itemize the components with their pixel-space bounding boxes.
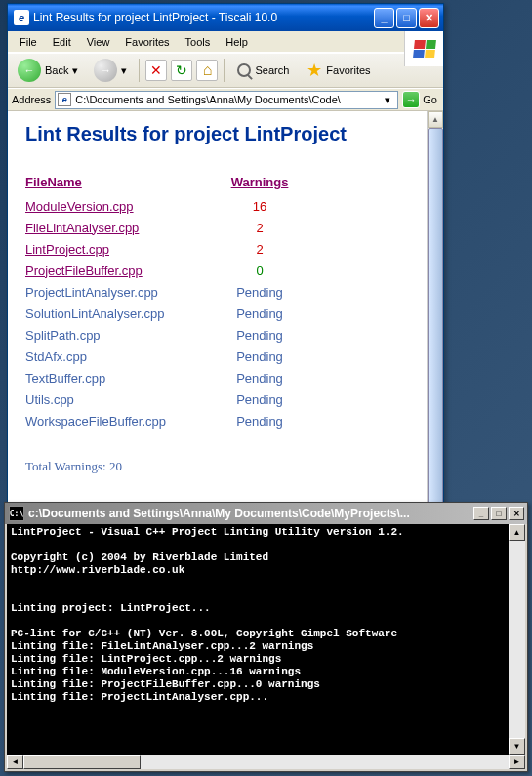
address-input[interactable]: e C:\Documents and Settings\Anna\My Docu… [55, 91, 398, 109]
favorites-label: Favorites [326, 64, 370, 76]
browser-titlebar[interactable]: e Lint Results for project LintProject -… [8, 4, 443, 31]
console-titlebar[interactable]: C:\ c:\Documents and Settings\Anna\My Do… [5, 503, 527, 524]
address-bar: Address e C:\Documents and Settings\Anna… [8, 88, 443, 111]
file-cell: SplitPath.cpp [25, 328, 225, 343]
scroll-right-button[interactable]: ► [509, 755, 525, 769]
console-title: c:\Documents and Settings\Anna\My Docume… [28, 507, 471, 520]
search-button[interactable]: Search [230, 57, 296, 84]
table-row: TextBuffer.cppPending [25, 367, 409, 388]
menu-tools[interactable]: Tools [178, 36, 219, 48]
scroll-down-button[interactable]: ▼ [509, 738, 525, 755]
menu-view[interactable]: View [79, 36, 118, 48]
warnings-cell: Pending [225, 349, 294, 364]
maximize-button[interactable]: □ [396, 8, 417, 28]
back-button[interactable]: ← Back ▾ [12, 57, 84, 84]
table-row: FileLintAnalyser.cpp2 [25, 217, 409, 238]
console-horizontal-scrollbar[interactable]: ◄ ► [5, 755, 527, 771]
table-row: WorkspaceFileBuffer.cppPending [25, 410, 409, 431]
table-row: ModuleVersion.cpp16 [25, 195, 409, 217]
table-row: StdAfx.cppPending [25, 346, 409, 367]
file-cell[interactable]: ModuleVersion.cpp [25, 199, 225, 214]
stop-button[interactable]: ✕ [145, 60, 167, 81]
file-cell[interactable]: ProjectFileBuffer.cpp [25, 264, 225, 278]
table-row: ProjectLintAnalyser.cppPending [25, 281, 409, 303]
go-icon: → [402, 91, 420, 108]
console-output[interactable]: LintProject - Visual C++ Project Linting… [5, 524, 527, 755]
page-body: Lint Results for project LintProject Fil… [8, 111, 427, 521]
address-text: C:\Documents and Settings\Anna\My Docume… [75, 94, 380, 105]
page-icon: e [58, 93, 71, 106]
warnings-cell: 16 [225, 199, 294, 214]
warnings-cell: Pending [225, 371, 294, 386]
table-row: LintProject.cpp2 [25, 238, 409, 260]
file-cell: StdAfx.cpp [25, 349, 225, 364]
table-row: SplitPath.cppPending [25, 324, 409, 346]
search-icon [237, 63, 251, 77]
menu-bar: File Edit View Favorites Tools Help [8, 31, 443, 53]
page-title: Lint Results for project LintProject [25, 123, 409, 145]
chevron-down-icon: ▾ [121, 64, 127, 77]
file-cell: ProjectLintAnalyser.cpp [25, 285, 225, 300]
totals-label: Total Warnings: 20 [25, 459, 409, 474]
address-label: Address [12, 94, 51, 105]
back-label: Back [45, 64, 68, 76]
scroll-up-button[interactable]: ▲ [509, 524, 525, 541]
menu-file[interactable]: File [12, 36, 45, 48]
cmd-icon: C:\ [9, 506, 24, 521]
menu-help[interactable]: Help [218, 36, 256, 48]
warnings-cell: Pending [225, 328, 294, 343]
scroll-track[interactable] [509, 541, 525, 738]
console-vertical-scrollbar[interactable]: ▲ ▼ [509, 524, 525, 755]
scroll-left-button[interactable]: ◄ [7, 755, 23, 769]
star-icon: ★ [307, 60, 322, 81]
menu-favorites[interactable]: Favorites [117, 36, 177, 48]
scroll-up-button[interactable]: ▲ [428, 111, 443, 128]
console-maximize-button[interactable]: □ [491, 507, 507, 520]
search-label: Search [255, 64, 289, 76]
file-cell: Utils.cpp [25, 392, 225, 407]
results-table: FileName Warnings ModuleVersion.cpp16Fil… [25, 175, 409, 431]
file-cell: SolutionLintAnalyser.cpp [25, 306, 225, 321]
minimize-button[interactable]: _ [374, 8, 394, 28]
chevron-down-icon: ▾ [72, 64, 78, 77]
vertical-scrollbar[interactable]: ▲ ▼ [427, 111, 443, 521]
throbber-icon [404, 31, 443, 66]
menu-edit[interactable]: Edit [45, 36, 79, 48]
close-button[interactable]: ✕ [419, 8, 439, 28]
col-filename[interactable]: FileName [25, 175, 225, 189]
file-cell[interactable]: LintProject.cpp [25, 242, 225, 257]
go-button[interactable]: → Go [402, 91, 439, 109]
scroll-thumb[interactable] [428, 128, 443, 505]
scroll-track[interactable] [23, 755, 509, 769]
table-header: FileName Warnings [25, 175, 409, 189]
console-close-button[interactable]: ✕ [509, 507, 524, 520]
console-minimize-button[interactable]: _ [473, 507, 489, 520]
scroll-thumb[interactable] [23, 755, 141, 769]
content-area: Lint Results for project LintProject Fil… [8, 111, 443, 521]
ie-icon: e [14, 10, 29, 25]
warnings-cell: Pending [225, 392, 294, 407]
toolbar: ← Back ▾ → ▾ ✕ ↻ ⌂ Search ★ Favorites [8, 53, 443, 88]
forward-icon: → [94, 59, 117, 82]
table-row: ProjectFileBuffer.cpp0 [25, 260, 409, 281]
favorites-button[interactable]: ★ Favorites [300, 57, 377, 84]
browser-window: e Lint Results for project LintProject -… [7, 3, 444, 522]
warnings-cell: Pending [225, 414, 294, 429]
file-cell[interactable]: FileLintAnalyser.cpp [25, 221, 225, 235]
forward-button[interactable]: → ▾ [88, 57, 133, 84]
warnings-cell: Pending [225, 306, 294, 321]
window-title: Lint Results for project LintProject - T… [33, 11, 372, 24]
refresh-button[interactable]: ↻ [171, 60, 192, 81]
back-icon: ← [18, 59, 41, 82]
file-cell: TextBuffer.cpp [25, 371, 225, 386]
go-label: Go [423, 94, 437, 105]
table-row: Utils.cppPending [25, 388, 409, 410]
home-button[interactable]: ⌂ [196, 60, 218, 81]
console-window: C:\ c:\Documents and Settings\Anna\My Do… [4, 502, 528, 772]
table-row: SolutionLintAnalyser.cppPending [25, 303, 409, 324]
address-dropdown[interactable]: ▾ [380, 94, 395, 106]
warnings-cell: 2 [225, 242, 294, 257]
col-warnings[interactable]: Warnings [225, 175, 294, 189]
warnings-cell: 2 [225, 221, 294, 235]
warnings-cell: 0 [225, 264, 294, 278]
